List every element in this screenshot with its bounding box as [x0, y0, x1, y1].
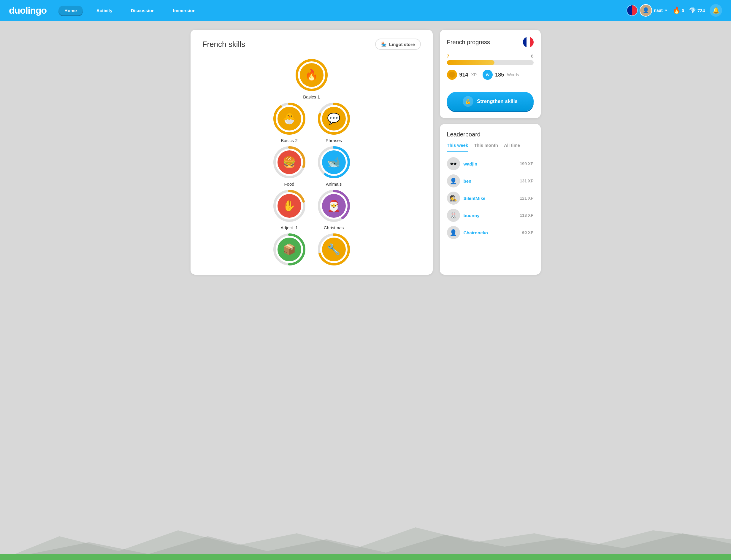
lb-score-3: 113 XP: [520, 213, 534, 218]
tab-this-week[interactable]: This week: [447, 143, 468, 152]
skill-label-food: Food: [284, 182, 294, 187]
gem-icon: 💎: [689, 7, 696, 14]
progress-title: French progress: [447, 39, 490, 46]
skills-row-4: 📦 🔧: [273, 233, 350, 266]
level-labels: 7 8: [447, 53, 534, 58]
skill-icon-extra1: 📦: [277, 238, 301, 261]
french-skills-panel: French skills 🏪 Lingot store: [190, 30, 433, 275]
leaderboard-title: Leaderboard: [447, 131, 534, 138]
lb-avatar-3: 🐰: [447, 209, 460, 222]
skills-row-3: ✋ Adject. 1 🎅 Christmas: [273, 190, 350, 230]
username: naut: [654, 8, 663, 13]
avatar: 👤: [640, 4, 652, 17]
level-next: 8: [531, 53, 533, 58]
nav-activity[interactable]: Activity: [92, 6, 117, 15]
skill-label-basics1: Basics 1: [303, 94, 320, 99]
svg-marker-19: [0, 533, 731, 560]
xp-badge-icon: [447, 70, 457, 80]
skill-circle-christmas: 🎅: [317, 190, 350, 222]
lb-entry-0: 🕶️ wadjin 199 XP: [447, 157, 534, 170]
logo: duolingo: [9, 5, 47, 16]
words-label: Words: [507, 72, 519, 77]
skill-basics1[interactable]: 🔥 Basics 1: [295, 59, 328, 99]
skill-extra1[interactable]: 📦: [273, 233, 306, 266]
flag-red-stripe: [530, 37, 534, 47]
lb-entry-1: 👤 ben 131 XP: [447, 174, 534, 187]
header-right: 👤 naut ▼ 🔥 0 💎 724 🔔: [627, 4, 722, 17]
skill-animals[interactable]: 🐋 Animals: [317, 146, 350, 187]
svg-rect-20: [0, 554, 731, 560]
leaderboard-list: 🕶️ wadjin 199 XP 👤 ben 131 XP 🕵️ SilentM…: [447, 157, 534, 239]
lingot-store-button[interactable]: 🏪 Lingot store: [375, 39, 421, 50]
gem-value: 724: [697, 8, 705, 13]
strengthen-icon: 💪: [463, 96, 474, 107]
right-panel: French progress 7 8: [440, 30, 541, 275]
lb-name-0[interactable]: wadjin: [464, 161, 517, 166]
xp-badge-inner: [449, 72, 455, 78]
panel-title: French skills: [202, 40, 245, 49]
nav-immersion[interactable]: Immersion: [168, 6, 200, 15]
french-progress-card: French progress 7 8: [440, 30, 541, 118]
lb-name-4[interactable]: Chaironeko: [464, 230, 519, 235]
lingot-store-label: Lingot store: [389, 42, 415, 47]
french-flag: [523, 37, 534, 47]
lb-name-3[interactable]: buunny: [464, 213, 517, 218]
words-stat: W 185 Words: [483, 70, 519, 80]
lb-score-1: 131 XP: [520, 179, 534, 183]
tab-this-month[interactable]: This month: [474, 143, 498, 152]
skills-row-1: 🐣 Basics 2 💬 Phrases: [273, 102, 350, 143]
panel-header: French skills 🏪 Lingot store: [202, 39, 421, 50]
words-value: 185: [495, 72, 504, 78]
nav-discussion[interactable]: Discussion: [126, 6, 159, 15]
lb-name-2[interactable]: SilentMike: [464, 196, 517, 201]
lb-name-1[interactable]: ben: [464, 179, 517, 184]
skill-adject1[interactable]: ✋ Adject. 1: [273, 190, 306, 230]
words-badge-icon: W: [483, 70, 493, 80]
gem-counter: 💎 724: [689, 7, 705, 14]
lb-avatar-2: 🕵️: [447, 192, 460, 205]
skill-circle-animals: 🐋: [317, 146, 350, 179]
strengthen-label: Strengthen skills: [477, 98, 518, 104]
background-mountains: [0, 524, 731, 560]
skill-label-basics2: Basics 2: [281, 138, 298, 143]
skill-phrases[interactable]: 💬 Phrases: [317, 102, 350, 143]
xp-label: XP: [471, 72, 477, 77]
skills-grid: 🔥 Basics 1 🐣: [202, 59, 421, 266]
notification-bell[interactable]: 🔔: [710, 4, 722, 17]
skill-extra2[interactable]: 🔧: [317, 233, 350, 266]
lb-entry-4: 👤 Chaironeko 60 XP: [447, 226, 534, 239]
language-selector[interactable]: 👤 naut ▼: [627, 4, 668, 17]
skill-circle-extra1: 📦: [273, 233, 306, 266]
skill-icon-christmas: 🎅: [322, 194, 346, 218]
page-background: French skills 🏪 Lingot store: [0, 21, 731, 560]
skill-circle-phrases: 💬: [317, 102, 350, 135]
skill-food[interactable]: 🍔 Food: [273, 146, 306, 187]
skill-circle-extra2: 🔧: [317, 233, 350, 266]
skill-label-animals: Animals: [326, 182, 341, 187]
lb-score-2: 121 XP: [520, 196, 534, 201]
level-fill: [447, 60, 495, 65]
skill-basics2[interactable]: 🐣 Basics 2: [273, 102, 306, 143]
svg-marker-18: [0, 527, 731, 560]
skill-icon-phrases: 💬: [322, 107, 346, 131]
skill-label-christmas: Christmas: [324, 225, 344, 230]
leaderboard-tabs: This week This month All time: [447, 143, 534, 151]
skills-row-2: 🍔 Food 🐋 Animals: [273, 146, 350, 187]
nav-home[interactable]: Home: [58, 6, 83, 15]
skill-circle-basics2: 🐣: [273, 102, 306, 135]
strengthen-skills-button[interactable]: 💪 Strengthen skills: [447, 92, 534, 111]
skill-christmas[interactable]: 🎅 Christmas: [317, 190, 350, 230]
tab-all-time[interactable]: All time: [504, 143, 520, 152]
skill-label-adject1: Adject. 1: [280, 225, 298, 230]
level-progress-bar: [447, 60, 534, 65]
skill-icon-adject1: ✋: [277, 194, 301, 218]
skill-circle-adject1: ✋: [273, 190, 306, 222]
xp-stat: 914 XP: [447, 70, 477, 80]
flag-white-stripe: [527, 37, 530, 47]
lb-avatar-0: 🕶️: [447, 157, 460, 170]
header: duolingo Home Activity Discussion Immers…: [0, 0, 731, 21]
skill-icon-animals: 🐋: [322, 150, 346, 174]
level-current: 7: [447, 53, 449, 58]
skill-circle-basics1: 🔥: [295, 59, 328, 91]
flame-icon: 🔥: [673, 7, 681, 14]
